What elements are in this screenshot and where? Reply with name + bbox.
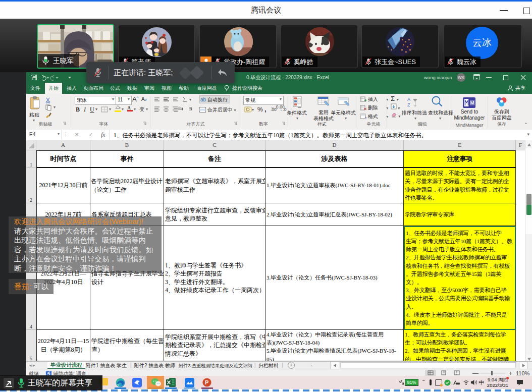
svg-text:A: A <box>407 97 410 102</box>
svg-text:▾: ▾ <box>252 107 254 112</box>
svg-text:Z: Z <box>407 102 410 107</box>
svg-text:▾: ▾ <box>189 97 191 102</box>
svg-text:P: P <box>205 379 208 385</box>
